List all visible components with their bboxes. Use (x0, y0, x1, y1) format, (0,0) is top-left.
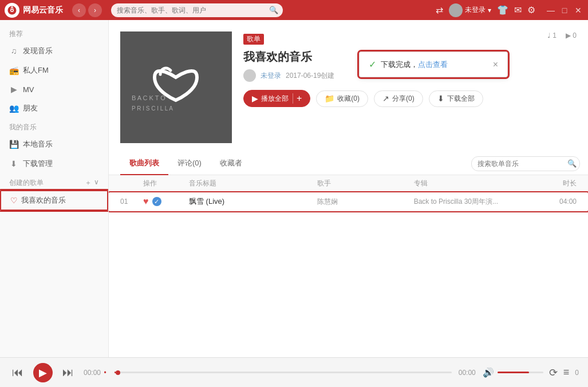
next-button[interactable]: ⏭ (60, 364, 77, 381)
download-all-icon: ⬇ (437, 94, 444, 103)
close-button[interactable]: ✕ (573, 5, 583, 15)
album-header: B A C K T O P R I S C I L L A 歌单 我喜欢的音乐 … (109, 20, 588, 152)
creator-avatar (243, 69, 256, 82)
sync-icon[interactable]: ⇄ (436, 5, 443, 15)
tab-songs[interactable]: 歌曲列表 (120, 152, 168, 175)
tab-search-input[interactable] (471, 156, 580, 171)
mail-icon[interactable]: ✉ (514, 5, 522, 15)
download-mgr-icon: ⬇ (9, 159, 18, 168)
download-view-link[interactable]: 点击查看 (418, 60, 448, 69)
add-to-queue-button[interactable]: + (293, 93, 302, 104)
nav-back-button[interactable]: ‹ (72, 3, 86, 17)
download-popup-inner: ✓ 下载完成，点击查看 × (369, 59, 498, 70)
tab-comments[interactable]: 评论(0) (168, 152, 211, 175)
maximize-button[interactable]: □ (559, 5, 570, 15)
user-label: 未登录 (465, 5, 486, 15)
volume-fill (498, 372, 529, 373)
sidebar-item-local-label: 本地音乐 (23, 139, 53, 149)
discover-icon: ♫ (9, 46, 18, 56)
friends-icon: 👥 (9, 104, 18, 113)
sidebar-item-fm-label: 私人FM (23, 65, 49, 76)
progress-track[interactable] (115, 372, 452, 373)
sidebar-item-discover-label: 发现音乐 (23, 46, 53, 56)
sidebar-item-mv-label: MV (23, 85, 34, 94)
col-header-album: 专辑 (414, 179, 542, 188)
song-artist[interactable]: 陈慧娴 (317, 197, 413, 207)
playlist-badge: 歌单 (243, 34, 264, 45)
loop-button[interactable]: ⟳ (549, 366, 558, 379)
downloaded-icon: ✓ (152, 197, 161, 206)
svg-rect-3 (120, 31, 232, 143)
search-input[interactable] (117, 6, 267, 14)
song-album[interactable]: Back to Priscilla 30周年演... (414, 197, 542, 207)
col-header-duration: 时长 (542, 179, 577, 188)
share-button[interactable]: ↗ 分享(0) (374, 90, 423, 107)
progress-bar-area (115, 372, 452, 373)
sidebar-item-local-music[interactable]: 💾 本地音乐 (0, 135, 108, 154)
prev-button[interactable]: ⏮ (9, 364, 26, 381)
download-all-button[interactable]: ⬇ 下载全部 (429, 90, 483, 107)
liked-playlist-label: 我喜欢的音乐 (21, 195, 66, 206)
local-music-icon: 💾 (9, 140, 18, 149)
user-area[interactable]: 未登录 ▾ (449, 3, 491, 17)
download-check-icon: ✓ (369, 59, 376, 70)
tab-collectors[interactable]: 收藏者 (211, 152, 251, 175)
fm-icon: 📻 (9, 66, 18, 75)
sidebar-playlists-label: 创建的歌单 (9, 178, 44, 188)
download-popup-text: 下载完成，点击查看 (381, 60, 488, 70)
volume-track[interactable] (498, 372, 543, 373)
like-button[interactable]: ♥ (143, 196, 149, 207)
col-header-artist: 歌手 (317, 179, 413, 188)
col-header-title: 音乐标题 (189, 179, 317, 188)
album-info: 歌单 我喜欢的音乐 未登录 2017-06-19创建 ▶ 播放全部 + 📁 收藏 (243, 31, 577, 143)
song-list: 01 ♥ ✓ 飘雪 (Live) 陈慧娴 Back to Priscilla 3… (109, 192, 588, 211)
player-bar: ⏮ ▶ ⏭ 00:00 • 00:00 🔊 ⟳ ≡ 0 (0, 357, 588, 387)
sidebar-item-fm[interactable]: 📻 私人FM (0, 61, 108, 80)
minimize-button[interactable]: — (546, 5, 556, 15)
col-header-ops: 操作 (143, 179, 189, 188)
heart-icon: ♡ (10, 196, 18, 205)
time-current: 00:00 (84, 369, 101, 377)
playlist-button[interactable]: ≡ (563, 366, 570, 378)
song-duration: 04:00 (542, 198, 577, 206)
sidebar-item-discover[interactable]: ♫ 发现音乐 (0, 41, 108, 61)
collect-button[interactable]: 📁 收藏(0) (316, 90, 368, 107)
stat-play: ▶ 0 (566, 31, 577, 40)
tab-search-icon[interactable]: 🔍 (567, 159, 577, 168)
collect-label: 收藏(0) (337, 94, 360, 104)
shirt-icon[interactable]: 👕 (497, 5, 508, 15)
svg-text:B A C K    T O: B A C K T O (132, 94, 165, 101)
sidebar-item-downloads-label: 下载管理 (23, 159, 53, 169)
queue-count: 0 (575, 369, 579, 377)
search-icon[interactable]: 🔍 (269, 6, 278, 14)
play-pause-button[interactable]: ▶ (33, 363, 53, 382)
sidebar-item-downloads[interactable]: ⬇ 下载管理 (0, 154, 108, 173)
playlist-header-actions: ＋ ∨ (85, 178, 99, 188)
main-layout: 推荐 ♫ 发现音乐 📻 私人FM ▶ MV 👥 朋友 我的音乐 💾 本地音乐 ⬇… (0, 20, 588, 357)
volume-icon[interactable]: 🔊 (483, 367, 494, 378)
settings-icon[interactable]: ⚙ (527, 5, 535, 15)
sidebar-item-mv[interactable]: ▶ MV (0, 80, 108, 98)
sidebar-item-liked-playlist[interactable]: ♡ 我喜欢的音乐 (0, 190, 108, 211)
collapse-playlist-icon[interactable]: ∨ (94, 178, 99, 188)
nav-forward-button[interactable]: › (88, 3, 102, 17)
mv-icon: ▶ (9, 85, 18, 94)
avatar (449, 3, 463, 17)
time-dot: • (104, 369, 106, 377)
add-playlist-button[interactable]: ＋ (85, 178, 92, 188)
table-row: 01 ♥ ✓ 飘雪 (Live) 陈慧娴 Back to Priscilla 3… (109, 192, 588, 211)
sidebar-section-recommend: 推荐 (0, 25, 108, 41)
user-dropdown-icon: ▾ (488, 6, 491, 14)
current-time: 00:00 • (84, 369, 108, 377)
creator-link[interactable]: 未登录 (261, 71, 281, 81)
volume-area: 🔊 (483, 367, 543, 378)
song-title[interactable]: 飘雪 (Live) (189, 196, 317, 207)
download-popup-close[interactable]: × (493, 60, 498, 70)
sidebar-item-friends[interactable]: 👥 朋友 (0, 98, 108, 118)
song-list-header: 操作 音乐标题 歌手 专辑 时长 (109, 175, 588, 192)
download-complete-text: 下载完成， (381, 60, 418, 69)
created-date: 2017-06-19创建 (286, 71, 334, 81)
play-all-button[interactable]: ▶ 播放全部 + (243, 90, 310, 107)
download-popup: ✓ 下载完成，点击查看 × (359, 52, 508, 77)
sidebar: 推荐 ♫ 发现音乐 📻 私人FM ▶ MV 👥 朋友 我的音乐 💾 本地音乐 ⬇… (0, 20, 109, 357)
